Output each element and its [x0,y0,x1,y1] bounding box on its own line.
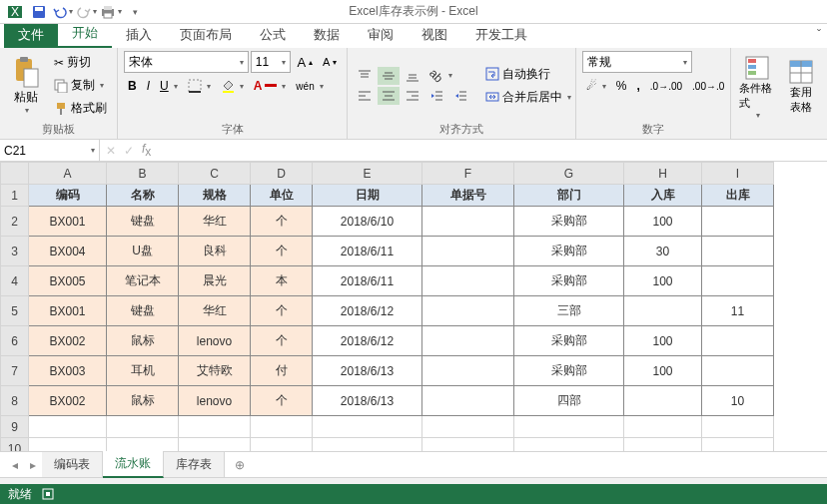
table-header-cell[interactable]: 编码 [29,185,107,207]
number-format-select[interactable]: 常规▾ [582,51,692,73]
format-painter-button[interactable]: 格式刷 [50,98,111,119]
cell[interactable] [422,326,514,356]
cell[interactable]: BX002 [29,326,107,356]
cancel-edit-button[interactable]: ✕ [106,144,116,158]
row-header-6[interactable]: 6 [1,326,29,356]
align-bottom-button[interactable] [402,67,423,85]
col-header-E[interactable]: E [313,163,422,185]
merge-center-button[interactable]: 合并后居中▾ [481,87,575,108]
font-color-button[interactable]: A▾ [250,77,291,95]
quick-print-button[interactable]: ▾ [100,2,122,22]
cell[interactable] [313,438,422,452]
cell[interactable]: 2018/6/10 [313,207,422,237]
cell[interactable]: 鼠标 [107,386,179,416]
cell[interactable]: 采购部 [514,326,624,356]
tab-data[interactable]: 数据 [300,22,354,48]
tab-insert[interactable]: 插入 [112,22,166,48]
row-header-10[interactable]: 10 [1,438,29,452]
tab-formula[interactable]: 公式 [246,22,300,48]
cell[interactable] [422,438,514,452]
col-header-C[interactable]: C [179,163,251,185]
format-table-button[interactable]: 套用 表格 [781,51,821,123]
cell[interactable]: 采购部 [514,356,624,386]
name-box[interactable]: C21▾ [0,140,100,161]
cell[interactable]: 2018/6/13 [313,386,422,416]
cell[interactable]: 笔记本 [107,266,179,296]
cell[interactable] [422,237,514,266]
sheet-tab-2[interactable]: 流水账 [103,451,164,478]
cell[interactable]: 采购部 [514,237,624,266]
row-header-3[interactable]: 3 [1,237,29,266]
table-header-cell[interactable]: 名称 [107,185,179,207]
tab-view[interactable]: 视图 [408,22,461,48]
cell[interactable]: 100 [624,326,702,356]
undo-button[interactable]: ▾ [52,2,74,22]
table-header-cell[interactable]: 单据号 [422,185,514,207]
cell[interactable]: 个 [251,326,313,356]
confirm-edit-button[interactable]: ✓ [124,144,134,158]
cell[interactable]: 晨光 [179,266,251,296]
table-header-cell[interactable]: 单位 [251,185,313,207]
align-top-button[interactable] [354,67,376,85]
cell[interactable]: 华红 [179,207,251,237]
cell[interactable] [702,416,774,438]
decrease-indent-button[interactable] [425,87,447,105]
col-header-A[interactable]: A [29,163,107,185]
row-header-2[interactable]: 2 [1,207,29,237]
cell[interactable] [29,416,107,438]
cell[interactable]: lenovo [179,326,251,356]
cell[interactable]: 四部 [514,386,624,416]
row-header-7[interactable]: 7 [1,356,29,386]
cell[interactable]: U盘 [107,237,179,266]
align-center-button[interactable] [378,87,400,105]
cell[interactable]: 个 [251,237,313,266]
cell[interactable] [107,438,179,452]
align-right-button[interactable] [402,87,423,105]
cell[interactable] [422,416,514,438]
cell[interactable]: 11 [702,296,774,326]
tab-home[interactable]: 开始 [58,20,112,48]
align-left-button[interactable] [354,87,376,105]
cell[interactable]: BX004 [29,237,107,266]
cell[interactable]: 个 [251,296,313,326]
table-header-cell[interactable]: 日期 [313,185,422,207]
increase-decimal-button[interactable]: .0→.00 [646,79,686,94]
sheet-tab-3[interactable]: 库存表 [164,452,225,477]
cell[interactable]: 鼠标 [107,326,179,356]
cell[interactable] [624,296,702,326]
cell[interactable] [514,438,624,452]
cell[interactable] [422,296,514,326]
fill-color-button[interactable]: ▾ [217,77,248,95]
accounting-format-button[interactable]: ☄▾ [582,77,610,95]
cell[interactable] [422,356,514,386]
cell[interactable] [702,356,774,386]
tab-developer[interactable]: 开发工具 [461,22,541,48]
cell[interactable]: BX001 [29,296,107,326]
tab-review[interactable]: 审阅 [354,22,408,48]
cell[interactable] [702,237,774,266]
cell[interactable]: 100 [624,266,702,296]
cell[interactable] [624,386,702,416]
cell[interactable]: 三部 [514,296,624,326]
cell[interactable] [624,438,702,452]
save-button[interactable] [28,2,50,22]
cell[interactable] [251,416,313,438]
row-header-8[interactable]: 8 [1,386,29,416]
comma-button[interactable]: , [633,77,644,95]
cell[interactable]: 2018/6/11 [313,237,422,266]
decrease-font-button[interactable]: A▾ [319,54,341,70]
row-header-9[interactable]: 9 [1,416,29,438]
cell[interactable] [702,266,774,296]
cell[interactable]: 键盘 [107,207,179,237]
select-all-corner[interactable] [1,163,29,185]
wrap-text-button[interactable]: 自动换行 [481,64,575,85]
qat-customize-button[interactable]: ▾ [124,2,146,22]
col-header-D[interactable]: D [251,163,313,185]
sheet-tab-1[interactable]: 编码表 [42,452,103,477]
ribbon-collapse-button[interactable]: ˇ [817,28,821,42]
cell[interactable]: 2018/6/13 [313,356,422,386]
col-header-H[interactable]: H [624,163,702,185]
cell[interactable]: 个 [251,207,313,237]
cell[interactable]: BX001 [29,207,107,237]
border-button[interactable]: ▾ [184,77,215,95]
